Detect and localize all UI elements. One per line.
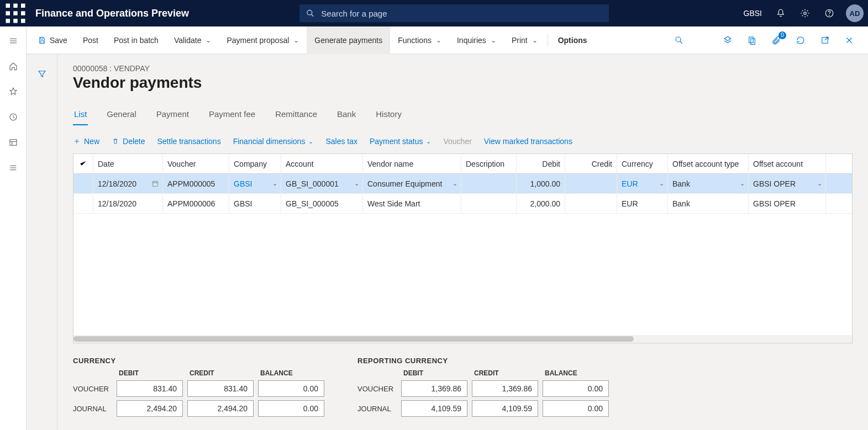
col-debit[interactable]: Debit bbox=[517, 154, 565, 173]
cell-currency[interactable]: EUR⌄ bbox=[617, 174, 668, 193]
refresh-button[interactable] bbox=[790, 29, 812, 51]
cell-vendor[interactable]: Consumer Equipment⌄ bbox=[363, 174, 461, 193]
delete-button[interactable]: Delete bbox=[112, 137, 145, 146]
col-voucher[interactable]: Voucher bbox=[163, 154, 229, 173]
app-launcher-icon[interactable] bbox=[4, 2, 27, 24]
company-indicator[interactable]: GBSI bbox=[738, 9, 767, 18]
help-button[interactable] bbox=[818, 2, 840, 24]
col-offset-account[interactable]: Offset account bbox=[749, 154, 826, 173]
cell-date[interactable]: 12/18/2020 bbox=[93, 174, 163, 193]
inquiries-button[interactable]: Inquiries⌄ bbox=[449, 26, 504, 54]
chevron-down-icon: ⌄ bbox=[272, 180, 277, 187]
chevron-down-icon: ⌄ bbox=[453, 180, 457, 187]
col-offset-type[interactable]: Offset account type bbox=[668, 154, 749, 173]
tab-payment[interactable]: Payment bbox=[155, 106, 190, 125]
search-bar[interactable] bbox=[299, 4, 609, 22]
new-button[interactable]: New bbox=[73, 137, 99, 146]
print-button[interactable]: Print⌄ bbox=[504, 26, 545, 54]
cell-date[interactable]: 12/18/2020 bbox=[93, 194, 163, 213]
svg-rect-6 bbox=[6, 19, 10, 23]
svg-line-10 bbox=[312, 14, 314, 17]
cell-description[interactable] bbox=[461, 194, 517, 213]
post-button[interactable]: Post bbox=[75, 26, 106, 54]
home-icon[interactable] bbox=[1, 54, 25, 78]
chevron-down-icon: ⌄ bbox=[436, 36, 441, 44]
search-input[interactable] bbox=[321, 9, 602, 18]
recent-icon[interactable] bbox=[1, 105, 25, 129]
post-in-batch-button[interactable]: Post in batch bbox=[106, 26, 166, 54]
notification-button[interactable] bbox=[770, 2, 792, 24]
col-currency[interactable]: Currency bbox=[617, 154, 668, 173]
row-voucher-header: VOUCHER bbox=[73, 385, 112, 393]
favorites-icon[interactable] bbox=[1, 79, 25, 104]
popout-button[interactable] bbox=[814, 29, 836, 51]
tab-history[interactable]: History bbox=[375, 106, 403, 125]
currency-journal-credit: 2,494.20 bbox=[187, 400, 254, 417]
workspaces-icon[interactable] bbox=[1, 130, 25, 155]
user-avatar[interactable]: AD bbox=[846, 4, 864, 22]
scrollbar-thumb[interactable] bbox=[73, 336, 634, 342]
cell-debit[interactable]: 1,000.00 bbox=[517, 174, 565, 193]
col-credit[interactable]: Credit bbox=[565, 154, 617, 173]
col-account[interactable]: Account bbox=[281, 154, 363, 173]
tab-general[interactable]: General bbox=[106, 106, 137, 125]
action-bar: Save Post Post in batch Validate⌄ Paymen… bbox=[27, 26, 868, 54]
tab-remittance[interactable]: Remittance bbox=[274, 106, 318, 125]
svg-rect-7 bbox=[13, 19, 18, 23]
page-options-button[interactable] bbox=[741, 29, 763, 51]
cell-account[interactable]: GB_SI_000001⌄ bbox=[281, 174, 363, 193]
financial-dimensions-link[interactable]: Financial dimensions⌄ bbox=[233, 137, 314, 146]
col-company[interactable]: Company bbox=[229, 154, 281, 173]
horizontal-scrollbar[interactable] bbox=[73, 335, 852, 343]
col-description[interactable]: Description bbox=[461, 154, 517, 173]
filter-button[interactable] bbox=[33, 65, 51, 83]
cell-currency[interactable]: EUR bbox=[617, 194, 668, 213]
settle-transactions-link[interactable]: Settle transactions bbox=[157, 137, 220, 146]
cell-credit[interactable] bbox=[565, 174, 617, 193]
find-button[interactable] bbox=[668, 29, 690, 51]
validate-button[interactable]: Validate⌄ bbox=[166, 26, 219, 54]
cell-vendor[interactable]: West Side Mart bbox=[363, 194, 461, 213]
grid-toolbar: New Delete Settle transactions Financial… bbox=[73, 137, 853, 146]
cell-voucher[interactable]: APPM000005 bbox=[163, 174, 229, 193]
cell-debit[interactable]: 2,000.00 bbox=[517, 194, 565, 213]
cell-credit[interactable] bbox=[565, 194, 617, 213]
generate-payments-button[interactable]: Generate payments bbox=[307, 26, 390, 54]
row-selector[interactable] bbox=[73, 174, 93, 193]
payment-proposal-button[interactable]: Payment proposal⌄ bbox=[219, 26, 307, 54]
cell-voucher[interactable]: APPM000006 bbox=[163, 194, 229, 213]
reporting-voucher-credit: 1,369.86 bbox=[472, 380, 538, 397]
cell-account[interactable]: GB_SI_000005 bbox=[281, 194, 363, 213]
tab-payment-fee[interactable]: Payment fee bbox=[208, 106, 256, 125]
nav-expand-button[interactable] bbox=[1, 29, 25, 53]
cell-company[interactable]: GBSI bbox=[229, 194, 281, 213]
attachments-button[interactable]: 0 bbox=[765, 29, 787, 51]
personalize-button[interactable] bbox=[717, 29, 739, 51]
payment-status-link[interactable]: Payment status⌄ bbox=[370, 137, 432, 146]
close-button[interactable] bbox=[838, 29, 860, 51]
select-all-checkbox[interactable] bbox=[73, 154, 93, 173]
save-button[interactable]: Save bbox=[30, 26, 75, 54]
reporting-journal-balance: 0.00 bbox=[543, 400, 609, 417]
col-date[interactable]: Date bbox=[93, 154, 163, 173]
view-marked-transactions-link[interactable]: View marked transactions bbox=[484, 137, 572, 146]
tab-list[interactable]: List bbox=[73, 106, 88, 125]
row-selector[interactable] bbox=[73, 194, 93, 213]
cell-company[interactable]: GBSI⌄ bbox=[229, 174, 281, 193]
cell-offset-type[interactable]: Bank bbox=[668, 194, 749, 213]
cell-offset-type[interactable]: Bank⌄ bbox=[668, 174, 749, 193]
col-vendor-name[interactable]: Vendor name bbox=[363, 154, 461, 173]
modules-icon[interactable] bbox=[1, 156, 25, 180]
grid-row[interactable]: 12/18/2020 APPM000006 GBSI GB_SI_000005 … bbox=[73, 194, 852, 214]
cell-offset-account[interactable]: GBSI OPER bbox=[749, 194, 826, 213]
settings-button[interactable] bbox=[794, 2, 816, 24]
sales-tax-link[interactable]: Sales tax bbox=[325, 137, 357, 146]
svg-rect-27 bbox=[40, 37, 43, 39]
svg-rect-5 bbox=[21, 11, 25, 15]
tab-bank[interactable]: Bank bbox=[336, 106, 357, 125]
options-button[interactable]: Options bbox=[550, 26, 595, 54]
cell-offset-account[interactable]: GBSI OPER⌄ bbox=[749, 174, 826, 193]
grid-row[interactable]: 12/18/2020 APPM000005 GBSI⌄ GB_SI_000001… bbox=[73, 174, 852, 194]
cell-description[interactable] bbox=[461, 174, 517, 193]
functions-button[interactable]: Functions⌄ bbox=[390, 26, 449, 54]
